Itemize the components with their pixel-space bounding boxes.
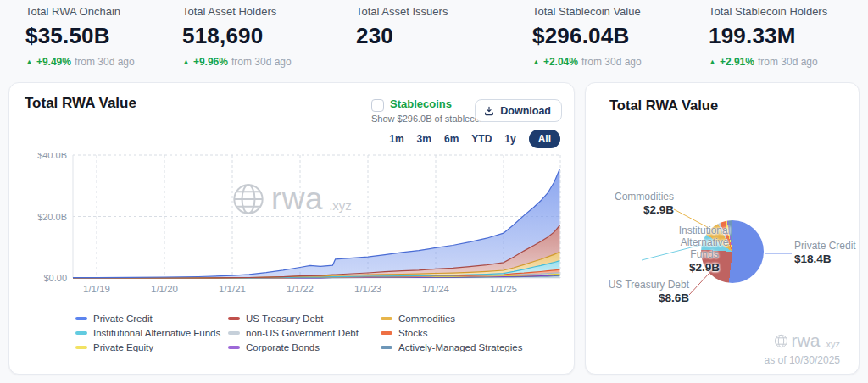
svg-text:1/1/21: 1/1/21 — [219, 284, 246, 294]
stat-value: $296.04B — [532, 23, 642, 49]
legend-item: Corporate Bonds — [228, 341, 381, 352]
card-title: Total RWA Value — [609, 97, 718, 114]
svg-text:1/1/22: 1/1/22 — [287, 284, 314, 294]
stat-value: 518,690 — [182, 23, 292, 49]
pie-label-commodities: Commodities $2.9B — [591, 191, 674, 216]
range-1m[interactable]: 1m — [389, 133, 403, 145]
svg-text:$20.0B: $20.0B — [37, 212, 67, 222]
legend-column: CommoditiesStocksActively-Managed Strate… — [381, 313, 533, 352]
total-rwa-value-chart-card: Total RWA Value Stablecoins Show $296.0B… — [8, 82, 575, 375]
stat-delta: ▲+9.49%from 30d ago — [25, 56, 135, 68]
legend-label: US Treasury Debt — [246, 314, 323, 324]
pie-label-us-treasury-debt: US Treasury Debt $8.6B — [601, 279, 689, 304]
legend-item: Actively-Managed Strategies — [381, 341, 533, 352]
legend-column: Private CreditInstitutional Alternative … — [75, 313, 228, 352]
stat-total-asset-holders: Total Asset Holders 518,690 ▲+9.96%from … — [182, 5, 292, 68]
stat-value: 230 — [356, 23, 448, 49]
download-label: Download — [500, 105, 551, 117]
stat-label: Total Asset Issuers — [356, 5, 448, 18]
range-6m[interactable]: 6m — [444, 133, 459, 145]
stat-label: Total Asset Holders — [182, 5, 292, 18]
stat-total-asset-issuers: Total Asset Issuers 230 — [356, 5, 448, 56]
up-triangle-icon: ▲ — [25, 58, 33, 66]
stat-total-rwa-onchain: Total RWA Onchain $35.50B ▲+9.49%from 30… — [25, 5, 135, 68]
stablecoins-checkbox[interactable] — [371, 99, 384, 112]
up-triangle-icon: ▲ — [182, 58, 190, 66]
up-triangle-icon: ▲ — [709, 58, 716, 66]
chart-legend: Private CreditInstitutional Alternative … — [75, 313, 533, 352]
watermark-tld: .xyz — [823, 339, 840, 351]
stat-delta: ▲+2.91%from 30d ago — [709, 56, 827, 68]
stat-total-stablecoin-holders: Total Stablecoin Holders 199.33M ▲+2.91%… — [709, 5, 827, 68]
svg-text:1/1/24: 1/1/24 — [422, 284, 450, 294]
stablecoins-label[interactable]: Stablecoins — [390, 97, 452, 110]
stat-label: Total Stablecoin Holders — [709, 5, 827, 18]
legend-label: Corporate Bonds — [246, 342, 320, 352]
legend-label: Institutional Alternative Funds — [93, 328, 220, 338]
globe-icon — [774, 334, 788, 348]
range-3m[interactable]: 3m — [417, 133, 431, 145]
time-range-selector: 1m 3m 6m YTD 1y All — [389, 129, 560, 149]
stat-value: $35.50B — [25, 23, 135, 49]
stat-label: Total Stablecoin Value — [532, 5, 642, 18]
stat-total-stablecoin-value: Total Stablecoin Value $296.04B ▲+2.04%f… — [532, 5, 642, 68]
svg-text:1/1/23: 1/1/23 — [354, 284, 381, 294]
watermark-brand: rwa — [792, 330, 821, 351]
total-rwa-value-pie-card: Total RWA Value Commodities $2.9B Instit… — [585, 82, 860, 375]
legend-swatch — [381, 346, 392, 349]
range-ytd[interactable]: YTD — [471, 133, 492, 145]
range-all[interactable]: All — [529, 130, 560, 148]
legend-item: US Treasury Debt — [228, 313, 381, 324]
svg-text:1/1/25: 1/1/25 — [490, 284, 517, 294]
download-icon — [483, 105, 495, 117]
legend-label: Private Equity — [93, 342, 153, 352]
legend-label: Stocks — [398, 328, 428, 338]
stacked-area-chart[interactable]: $0.00$20.0B$40.0B1/1/191/1/201/1/211/1/2… — [9, 153, 576, 301]
stat-delta: ▲+9.96%from 30d ago — [182, 56, 292, 68]
legend-item: Private Credit — [75, 313, 228, 324]
pie-label-private-credit: Private Credit $18.4B — [794, 240, 860, 265]
legend-swatch — [75, 346, 87, 349]
legend-label: Private Credit — [93, 314, 153, 324]
legend-item: Private Equity — [75, 341, 228, 352]
range-1y[interactable]: 1y — [504, 133, 515, 145]
legend-item: Commodities — [381, 313, 533, 324]
stat-value: 199.33M — [709, 23, 827, 49]
legend-label: non-US Government Debt — [246, 328, 359, 338]
svg-text:1/1/19: 1/1/19 — [83, 284, 110, 294]
rwa-allocation-pie-chart[interactable] — [701, 220, 764, 283]
legend-swatch — [75, 331, 87, 335]
legend-swatch — [228, 317, 240, 320]
legend-swatch — [381, 331, 392, 335]
legend-swatch — [228, 346, 240, 349]
as-of-date: as of 10/30/2025 — [765, 354, 840, 366]
legend-item: Stocks — [381, 327, 533, 338]
download-button[interactable]: Download — [475, 99, 562, 122]
area-fills — [73, 169, 559, 278]
svg-text:$0.00: $0.00 — [43, 273, 67, 283]
up-triangle-icon: ▲ — [532, 58, 540, 66]
rwa-watermark-small: rwa .xyz as of 10/30/2025 — [765, 330, 840, 366]
legend-label: Actively-Managed Strategies — [398, 342, 522, 352]
area-series — [73, 169, 559, 278]
legend-label: Commodities — [398, 314, 455, 324]
stat-label: Total RWA Onchain — [25, 5, 135, 18]
legend-item: non-US Government Debt — [228, 327, 381, 338]
legend-swatch — [381, 317, 392, 320]
svg-text:$40.0B: $40.0B — [37, 153, 67, 160]
svg-text:1/1/20: 1/1/20 — [151, 284, 178, 294]
card-title: Total RWA Value — [25, 95, 136, 112]
legend-swatch — [228, 331, 240, 335]
stat-delta: ▲+2.04%from 30d ago — [532, 56, 642, 68]
legend-swatch — [75, 317, 87, 320]
legend-column: US Treasury Debtnon-US Government DebtCo… — [228, 313, 381, 352]
legend-item: Institutional Alternative Funds — [75, 327, 228, 338]
stats-bar: Total RWA Onchain $35.50B ▲+9.49%from 30… — [0, 0, 868, 82]
